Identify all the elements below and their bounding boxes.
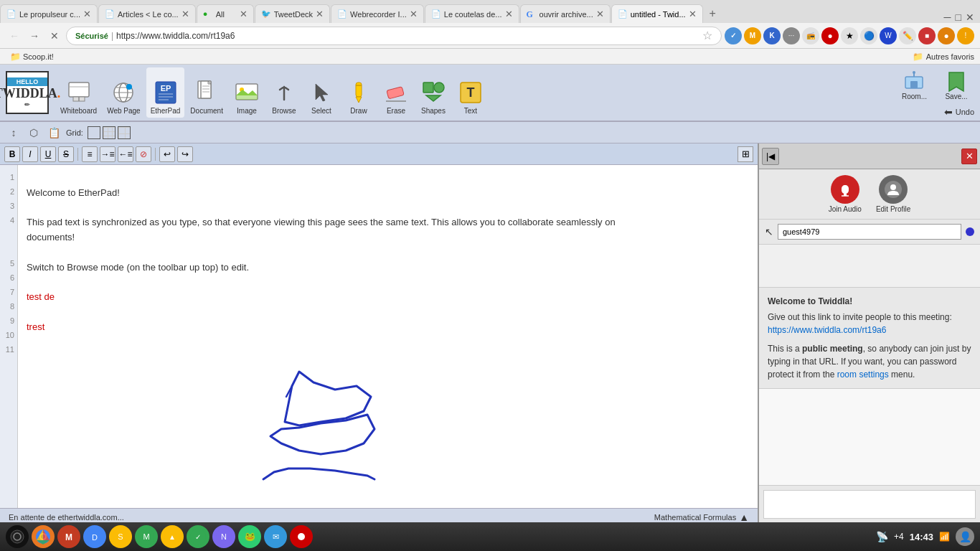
save-button[interactable]: Save... bbox=[938, 68, 974, 103]
clear-format-button[interactable]: ⊘ bbox=[136, 146, 151, 162]
indent-button[interactable]: →≡ bbox=[100, 146, 116, 162]
tool-whiteboard[interactable]: Whiteboard bbox=[56, 67, 101, 118]
taskbar-maps-icon[interactable]: M bbox=[135, 525, 158, 548]
tab-favicon: 📄 bbox=[618, 9, 628, 19]
tab-webrecorder[interactable]: 📄 Webrecorder I... ✕ bbox=[331, 4, 424, 23]
forward-button[interactable]: → bbox=[26, 27, 43, 44]
tab-google[interactable]: G ouvrir archive... ✕ bbox=[520, 4, 611, 23]
star-icon[interactable]: ☆ bbox=[702, 29, 712, 42]
chat-input[interactable] bbox=[763, 490, 976, 519]
tab-close-btn[interactable]: ✕ bbox=[596, 9, 604, 19]
tab-close-btn[interactable]: ✕ bbox=[182, 9, 189, 19]
outdent-button[interactable]: ←≡ bbox=[118, 146, 133, 162]
username-input[interactable] bbox=[778, 224, 961, 240]
ext-icon-7[interactable]: ★ bbox=[841, 27, 858, 44]
taskbar-user-icon[interactable]: 👤 bbox=[956, 527, 974, 546]
other-bookmarks[interactable]: 📁 Autres favoris bbox=[913, 52, 974, 62]
taskbar-mail-icon[interactable]: ✉ bbox=[264, 525, 287, 548]
pad-text-area[interactable]: Welcome to EtherPad! This pad text is sy… bbox=[18, 165, 758, 508]
tab-tweetdeck[interactable]: 🐦 TweetDeck ✕ bbox=[255, 4, 330, 23]
meeting-url-link[interactable]: https://www.twiddla.com/rt19a6 bbox=[768, 325, 886, 335]
expand-button[interactable]: ⊞ bbox=[738, 146, 753, 162]
ext-icon-9[interactable]: W bbox=[880, 27, 897, 44]
strikethrough-button[interactable]: S bbox=[58, 146, 74, 162]
tab-le-propulseur[interactable]: 📄 Le propulseur c... ✕ bbox=[0, 4, 98, 23]
taskbar-gmail-icon[interactable]: M bbox=[57, 525, 80, 548]
cursor-tool-icon[interactable]: ↕ bbox=[6, 125, 22, 141]
tab-close-btn[interactable]: ✕ bbox=[240, 9, 248, 19]
ext-icon-2[interactable]: M bbox=[744, 27, 761, 44]
tool-browse[interactable]: Browse bbox=[266, 67, 302, 118]
ext-icon-8[interactable]: 🔵 bbox=[860, 27, 877, 44]
tool-erase[interactable]: Erase bbox=[378, 67, 414, 118]
tool-draw[interactable]: Draw bbox=[341, 67, 377, 118]
address-input-container[interactable]: Sécurisé | https://www.twiddla.com/rt19a… bbox=[66, 27, 722, 45]
tool-image[interactable]: Image bbox=[229, 67, 265, 118]
tab-close-btn[interactable]: ✕ bbox=[316, 9, 324, 19]
join-audio-button[interactable]: Join Audio bbox=[829, 175, 862, 213]
status-right[interactable]: Mathematical Formulas ▲ bbox=[646, 512, 758, 523]
minimize-btn[interactable]: ─ bbox=[944, 11, 951, 23]
underline-button[interactable]: U bbox=[40, 146, 56, 162]
bold-button[interactable]: B bbox=[4, 146, 20, 162]
tool-etherpad[interactable]: EP EtherPad bbox=[146, 67, 185, 118]
ext-icon-3[interactable]: K bbox=[763, 27, 781, 44]
ext-icon-10[interactable]: ■ bbox=[918, 27, 936, 44]
undo-row[interactable]: ⬅ Undo bbox=[944, 106, 974, 118]
grid-none[interactable] bbox=[88, 126, 100, 139]
ext-icon-5[interactable]: 📻 bbox=[802, 27, 819, 44]
room-button[interactable]: Room... bbox=[896, 68, 933, 103]
tool-text[interactable]: T Text bbox=[453, 67, 489, 118]
taskbar-oneNote-icon[interactable]: N bbox=[212, 525, 235, 548]
panel-first-btn[interactable]: |◀ bbox=[762, 148, 779, 165]
secondary-toolbar: ↕ ⬡ 📋 Grid: bbox=[0, 122, 980, 143]
ext-icon-12[interactable]: ! bbox=[957, 27, 974, 44]
address-bar: ← → ✕ Sécurisé | https://www.twiddla.com… bbox=[0, 23, 980, 49]
room-settings-link[interactable]: room settings bbox=[837, 369, 889, 380]
maximize-btn[interactable]: □ bbox=[956, 11, 961, 23]
edit-profile-button[interactable]: Edit Profile bbox=[876, 175, 910, 213]
new-tab-button[interactable]: + bbox=[704, 4, 722, 23]
refresh-button[interactable]: ✕ bbox=[46, 27, 63, 44]
ext-icon-4[interactable]: ··· bbox=[783, 27, 800, 44]
tool-webpage[interactable]: Web Page bbox=[103, 67, 145, 118]
tab-twiddla-active[interactable]: 📄 untitled - Twid... ✕ bbox=[611, 4, 703, 23]
svg-marker-25 bbox=[356, 97, 362, 103]
svg-text:✉: ✉ bbox=[273, 532, 279, 541]
ext-icon-6[interactable]: ● bbox=[821, 27, 839, 44]
tab-close-btn[interactable]: ✕ bbox=[689, 9, 697, 19]
taskbar-chrome-icon[interactable] bbox=[32, 525, 55, 548]
italic-button[interactable]: I bbox=[22, 146, 38, 162]
redo-format-button[interactable]: ↪ bbox=[177, 146, 193, 162]
taskbar-docs-icon[interactable]: D bbox=[83, 525, 106, 548]
taskbar-frog-icon[interactable]: 🐸 bbox=[238, 525, 261, 548]
tab-articles[interactable]: 📄 Articles < Le co... ✕ bbox=[98, 4, 196, 23]
taskbar-record-icon[interactable] bbox=[290, 525, 313, 548]
tab-all[interactable]: ● All ✕ bbox=[197, 4, 254, 23]
ext-icon-1[interactable]: ✓ bbox=[725, 27, 742, 44]
paste-icon[interactable]: 📋 bbox=[46, 125, 62, 141]
taskbar-ext-icon[interactable]: ✓ bbox=[187, 525, 209, 548]
bookmark-scoopit[interactable]: 📁 Scoop.it! bbox=[6, 52, 58, 62]
tab-close-btn[interactable]: ✕ bbox=[410, 9, 418, 19]
bullet-list-button[interactable]: ≡ bbox=[82, 146, 98, 162]
taskbar-drive-icon[interactable]: ▲ bbox=[161, 525, 184, 548]
ext-icon-11[interactable]: ● bbox=[938, 27, 955, 44]
welcome-url[interactable]: https://www.twiddla.com/rt19a6 bbox=[768, 324, 971, 336]
tool-shapes[interactable]: Shapes bbox=[415, 67, 451, 118]
taskbar-system-icon[interactable] bbox=[6, 525, 29, 548]
ext-pencil-icon[interactable]: ✏️ bbox=[899, 27, 916, 44]
panel-close-btn[interactable]: ✕ bbox=[961, 149, 977, 164]
grid-large[interactable] bbox=[118, 126, 131, 139]
tab-close-btn[interactable]: ✕ bbox=[505, 9, 513, 19]
close-btn[interactable]: ✕ bbox=[966, 11, 974, 23]
taskbar-slides-icon[interactable]: S bbox=[109, 525, 132, 548]
undo-format-button[interactable]: ↩ bbox=[159, 146, 175, 162]
tool-document[interactable]: Document bbox=[186, 67, 227, 118]
tool-select[interactable]: Select bbox=[303, 67, 339, 118]
tab-coutelas[interactable]: 📄 Le coutelas de... ✕ bbox=[425, 4, 519, 23]
back-button[interactable]: ← bbox=[6, 27, 23, 44]
grid-small[interactable] bbox=[103, 126, 116, 139]
copy-icon[interactable]: ⬡ bbox=[26, 125, 42, 141]
tab-close-btn[interactable]: ✕ bbox=[83, 9, 91, 19]
